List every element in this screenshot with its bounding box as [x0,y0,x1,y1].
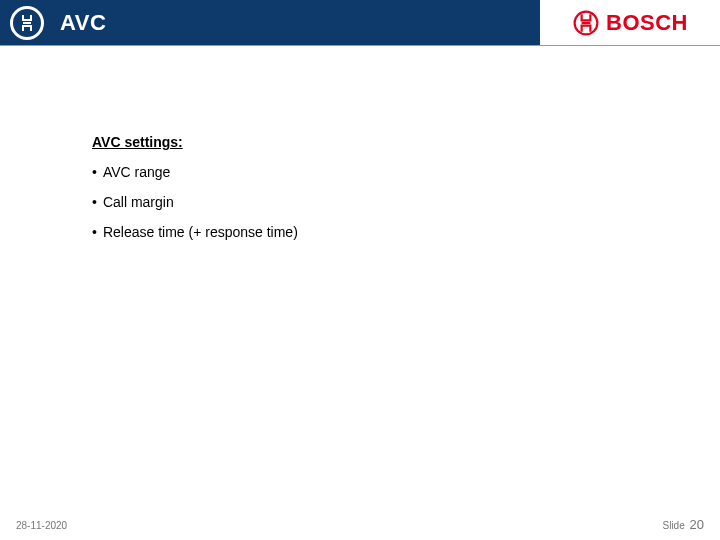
bullet-dot-icon: • [92,224,97,240]
slide-label-text: Slide [663,520,685,531]
header-brand-area: BOSCH [540,0,720,45]
bosch-armature-icon [10,6,44,40]
slide-header: AVC BOSCH [0,0,720,46]
slide-number-label: Slide 20 [663,517,705,532]
bullet-item: • Call margin [92,194,720,210]
header-title-bar: AVC [0,0,540,45]
bullet-dot-icon: • [92,164,97,180]
slide-number: 20 [690,517,704,532]
bullet-item: • Release time (+ response time) [92,224,720,240]
bullet-text: Call margin [103,194,174,210]
bullet-dot-icon: • [92,194,97,210]
slide-footer: 28-11-2020 Slide 20 [0,517,720,532]
footer-date: 28-11-2020 [16,520,67,531]
slide-body: AVC settings: • AVC range • Call margin … [0,46,720,240]
bullet-text: AVC range [103,164,170,180]
bullet-item: • AVC range [92,164,720,180]
slide-title: AVC [60,10,106,36]
bosch-logo: BOSCH [572,9,688,37]
bosch-wordmark: BOSCH [606,10,688,36]
bullet-text: Release time (+ response time) [103,224,298,240]
bosch-logo-icon [572,9,600,37]
settings-heading: AVC settings: [92,134,720,150]
